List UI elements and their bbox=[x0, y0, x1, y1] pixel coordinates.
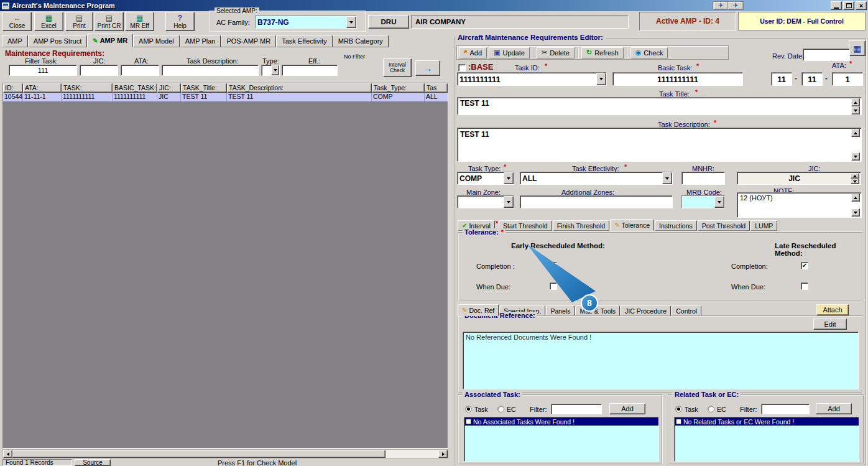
filter-jic-input[interactable] bbox=[80, 65, 118, 76]
dropdown-arrow-icon[interactable] bbox=[714, 196, 724, 208]
related-ec-radio[interactable] bbox=[708, 406, 714, 412]
spin-down-icon[interactable] bbox=[851, 179, 859, 184]
print-button[interactable]: ▤ Print bbox=[65, 12, 93, 31]
associated-ec-radio[interactable] bbox=[497, 406, 504, 412]
tab-control[interactable]: Control bbox=[672, 305, 701, 316]
main-zone-combo[interactable] bbox=[457, 195, 514, 208]
basic-task-input[interactable]: 1111111111 bbox=[612, 72, 743, 86]
associated-filter-input[interactable] bbox=[551, 404, 602, 414]
edit-button[interactable]: Edit bbox=[813, 319, 847, 330]
tab-amp[interactable]: AMP bbox=[2, 35, 28, 47]
excel-button[interactable]: ▦ Excel bbox=[34, 12, 63, 31]
scroll-down-icon[interactable] bbox=[851, 152, 860, 161]
refresh-button[interactable]: ↻Refresh bbox=[581, 47, 624, 58]
column-header[interactable]: BASIC_TASK: bbox=[113, 83, 157, 93]
tab-start-threshold[interactable]: Start Threshold bbox=[499, 220, 552, 231]
associated-task-list[interactable]: No Associated Tasks Were Found ! bbox=[464, 417, 659, 462]
when-due-early-checkbox[interactable] bbox=[550, 282, 557, 290]
tab-finish-threshold[interactable]: Finish Threshold bbox=[553, 220, 609, 231]
filter-eff-input[interactable] bbox=[282, 65, 338, 76]
scroll-right-icon[interactable] bbox=[438, 450, 448, 458]
spin-up-icon[interactable] bbox=[851, 173, 859, 179]
tab-mat-tools[interactable]: Mat. & Tools bbox=[575, 305, 620, 316]
calendar-button[interactable]: ▦ bbox=[849, 40, 866, 56]
base-checkbox[interactable] bbox=[458, 64, 466, 72]
tab-task-effectivity[interactable]: Task Effectivity bbox=[276, 35, 333, 47]
column-header[interactable]: Task_Type: bbox=[372, 83, 425, 93]
tab-jic-procedure[interactable]: JIC Procedure bbox=[621, 305, 671, 316]
tab-mrb-category[interactable]: MRB Category bbox=[333, 35, 389, 47]
tab-tolerance[interactable]: ✎Tolerance bbox=[610, 219, 654, 231]
task-type-combo[interactable]: COMP bbox=[457, 172, 514, 185]
item-checkbox[interactable] bbox=[466, 419, 471, 424]
list-item[interactable]: No Associated Tasks Were Found ! bbox=[464, 417, 658, 426]
airplane-alt-icon[interactable]: ✈ bbox=[729, 2, 742, 9]
related-task-list[interactable]: No Related Tasks or EC Were Found ! bbox=[674, 417, 859, 462]
scrollbar-thumb[interactable] bbox=[12, 450, 386, 458]
delete-button[interactable]: ✂Delete bbox=[537, 47, 575, 58]
task-description-input[interactable]: TEST 11 bbox=[457, 128, 862, 162]
column-header[interactable]: JIC: bbox=[157, 83, 181, 93]
mnhr-input[interactable] bbox=[681, 172, 725, 185]
column-header[interactable]: ID: bbox=[3, 83, 23, 93]
task-title-input[interactable]: TEST 11 bbox=[457, 97, 862, 115]
additional-zones-input[interactable] bbox=[520, 195, 673, 208]
task-effectivity-combo[interactable]: ALL bbox=[520, 172, 673, 185]
interval-check-button[interactable]: Interval Check bbox=[383, 58, 412, 77]
filter-task-description-input[interactable] bbox=[162, 65, 259, 76]
source-tab[interactable]: Source bbox=[75, 459, 111, 466]
check-button[interactable]: ◉Check bbox=[630, 47, 668, 58]
jic-spinner[interactable] bbox=[851, 173, 860, 184]
tab-pos-amp-mr[interactable]: POS-AMP MR bbox=[221, 35, 276, 47]
scroll-down-icon[interactable] bbox=[851, 208, 860, 217]
completion-early-checkbox[interactable] bbox=[550, 262, 557, 269]
related-task-radio[interactable] bbox=[675, 406, 682, 412]
ac-family-combo[interactable]: B737-NG bbox=[255, 16, 357, 29]
maximize-button[interactable] bbox=[843, 1, 854, 10]
associated-add-button[interactable]: Add bbox=[609, 403, 645, 414]
filter-ata-input[interactable] bbox=[121, 65, 159, 76]
close-button[interactable]: ← Close bbox=[2, 12, 32, 31]
item-checkbox[interactable] bbox=[676, 419, 681, 424]
dropdown-arrow-icon[interactable] bbox=[346, 16, 356, 28]
dru-button[interactable]: DRU bbox=[368, 15, 409, 29]
scrollbar[interactable] bbox=[851, 193, 861, 217]
related-add-button[interactable]: Add bbox=[816, 403, 852, 414]
list-item[interactable]: No Related Tasks or EC Were Found ! bbox=[675, 417, 859, 426]
mr-eff-button[interactable]: ▦ MR Eff bbox=[125, 12, 154, 31]
tab-post-threshold[interactable]: Post Threshold bbox=[698, 220, 750, 231]
update-button[interactable]: ▣Update bbox=[489, 47, 530, 58]
column-header[interactable]: TASK_Title: bbox=[181, 83, 227, 93]
tab-panels[interactable]: Panels bbox=[546, 305, 575, 316]
jic-field[interactable]: JIC bbox=[737, 172, 861, 185]
apply-filter-arrow-button[interactable]: → bbox=[415, 60, 440, 76]
completion-late-checkbox[interactable] bbox=[801, 262, 808, 269]
scrollbar[interactable] bbox=[851, 98, 861, 114]
attach-button[interactable]: Attach bbox=[816, 304, 849, 315]
help-button[interactable]: ? Help bbox=[165, 12, 195, 31]
scroll-up-icon[interactable] bbox=[851, 193, 860, 202]
dropdown-arrow-icon[interactable] bbox=[662, 172, 672, 184]
related-filter-input[interactable] bbox=[761, 404, 810, 414]
tab-amp-pos-struct[interactable]: AMP Pos Struct bbox=[28, 35, 87, 47]
table-row[interactable]: 10544 11-11-1 1111111111 1111111111 JIC … bbox=[3, 93, 448, 101]
tab-instructions[interactable]: Instructions bbox=[655, 220, 697, 231]
scroll-up-icon[interactable] bbox=[851, 98, 860, 106]
horizontal-scrollbar[interactable] bbox=[2, 449, 448, 459]
column-header[interactable]: TASK_Description: bbox=[227, 83, 372, 93]
column-header[interactable]: Tas bbox=[425, 83, 448, 93]
note-input[interactable]: 12 (НОУТ) bbox=[737, 192, 862, 218]
dropdown-arrow-icon[interactable] bbox=[271, 65, 279, 75]
associated-task-radio[interactable] bbox=[465, 406, 472, 412]
dropdown-arrow-icon[interactable] bbox=[596, 73, 606, 85]
task-id-combo[interactable]: 1111111111 bbox=[457, 72, 607, 86]
mrb-code-combo[interactable] bbox=[681, 195, 725, 208]
ata-chapter-input[interactable]: 11 bbox=[771, 72, 792, 86]
add-button[interactable]: *Add bbox=[459, 47, 487, 58]
rev-date-input[interactable] bbox=[803, 49, 850, 61]
filter-task-input[interactable]: 111 bbox=[9, 65, 77, 76]
minimize-button[interactable] bbox=[831, 1, 842, 10]
print-cr-button[interactable]: ▤ Print CR bbox=[95, 12, 124, 31]
dropdown-arrow-icon[interactable] bbox=[504, 196, 514, 208]
column-header[interactable]: TASK: bbox=[62, 83, 113, 93]
